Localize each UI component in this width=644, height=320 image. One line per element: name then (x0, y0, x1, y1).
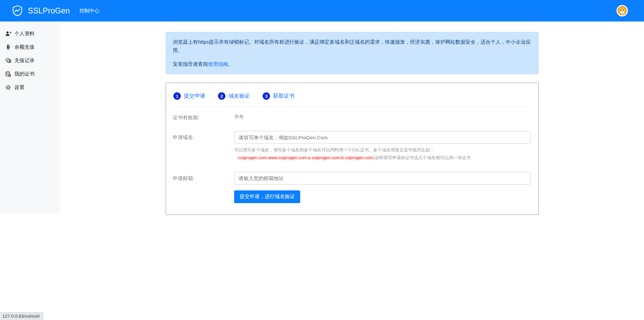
sidebar-item-my-certificates[interactable]: 我的证书 (0, 67, 60, 81)
certificate-icon (5, 71, 11, 77)
step-3-label: 获取证书 (273, 93, 294, 100)
top-navbar: SSLProGen 控制中心 (0, 0, 644, 21)
validity-row: 证书有效期: 半年 (173, 114, 532, 121)
submit-application-button[interactable]: 提交申请，进行域名验证 (234, 190, 300, 203)
sidebar-item-label: 余额充值 (14, 44, 35, 50)
wizard-steps: 1 提交申请 2 域名验证 3 获取证书 (173, 90, 532, 100)
sidebar-item-recharge-records[interactable]: $ 充值记录 (0, 54, 60, 67)
email-label: 申请邮箱: (173, 172, 234, 182)
alert-paragraph: 浏览器上有https提示并有绿锁标记。对域名所有权进行验证，满足绑定多域名和泛域… (173, 38, 532, 55)
domain-help-text: 可以填写多个域名，填写多个域名则多个域名可以同时用一个SSL证书，多个域名用英文… (234, 146, 531, 162)
domain-help-suffix: )这样填写申请的证书这几个域名都可以用一张证书 (373, 155, 471, 160)
email-field-col (234, 172, 531, 185)
status-url: 127.0.0.83/ssl/ssl# (0, 312, 43, 320)
alert-guide-suffix: 。 (228, 61, 233, 67)
email-input[interactable] (234, 172, 531, 185)
brand-name: SSLProGen (28, 6, 70, 15)
sidebar-item-label: 充值记录 (14, 57, 35, 64)
sidebar-item-label: 我的证书 (14, 71, 35, 77)
step-1-badge: 1 (173, 92, 181, 100)
step-1-label: 提交申请 (184, 93, 205, 100)
sidebar-item-label: 个人资料 (14, 31, 35, 37)
validity-value: 半年 (234, 114, 244, 120)
brand[interactable]: SSLProGen (11, 5, 70, 17)
svg-text:B: B (6, 44, 10, 50)
domain-label: 申请域名: (173, 131, 234, 141)
usage-guide-link[interactable]: 使用指南 (208, 61, 228, 67)
alert-paragraph: 安装指导请查阅使用指南。 (173, 60, 532, 68)
sidebar-item-settings[interactable]: 设置 (0, 81, 60, 94)
bitcoin-icon: B (5, 44, 11, 50)
step-3-badge: 3 (263, 92, 270, 100)
step-get-certificate[interactable]: 3 获取证书 (263, 92, 294, 100)
main-area: 浏览器上有https提示并有绿锁标记。对域名所有权进行验证，满足绑定多域名和泛域… (60, 21, 644, 215)
sidebar-item-profile[interactable]: 个人资料 (0, 27, 60, 40)
gear-icon (5, 84, 11, 90)
domain-row: 申请域名: 可以填写多个域名，填写多个域名则多个域名可以同时用一个SSL证书，多… (173, 131, 532, 162)
validity-label: 证书有效期: (173, 114, 234, 121)
apply-card: 1 提交申请 2 域名验证 3 获取证书 证书有效期: (166, 83, 539, 215)
alert-guide-prefix: 安装指导请查阅 (173, 61, 208, 67)
step-domain-verification[interactable]: 2 域名验证 (218, 92, 250, 100)
apply-form: 证书有效期: 半年 申请域名: 可以填写多个域名，填写多个域名则多个域名可以同时… (173, 114, 532, 203)
email-row: 申请邮箱: (173, 172, 532, 185)
steps-divider (173, 106, 532, 107)
content-container: 浏览器上有https提示并有绿锁标记。对域名所有权进行验证，满足绑定多域名和泛域… (166, 21, 539, 215)
step-2-label: 域名验证 (228, 93, 250, 100)
step-submit-application[interactable]: 1 提交申请 (173, 92, 205, 100)
sidebar: 个人资料 B 余额充值 $ (0, 21, 60, 214)
shield-pulse-icon (11, 5, 23, 17)
step-2-badge: 2 (218, 92, 225, 100)
user-plus-icon (5, 31, 11, 37)
sidebar-item-label: 设置 (14, 84, 24, 91)
svg-text:$: $ (8, 59, 10, 63)
domain-field-col: 可以填写多个域名，填写多个域名则多个域名可以同时用一个SSL证书，多个域名用英文… (234, 131, 531, 162)
domain-input[interactable] (234, 131, 531, 144)
coins-icon: $ (5, 57, 11, 63)
lion-avatar-icon (617, 6, 627, 16)
info-alert: 浏览器上有https提示并有绿锁标记。对域名所有权进行验证，满足绑定多域名和泛域… (166, 32, 539, 74)
nav-item-control-center[interactable]: 控制中心 (79, 8, 99, 14)
sidebar-item-recharge[interactable]: B 余额充值 (0, 40, 60, 54)
page-layout: 个人资料 B 余额充值 $ (0, 21, 644, 215)
user-avatar[interactable] (616, 5, 628, 16)
domain-help-example: sslprogen.com,www.sslprogen.com,a.sslpro… (238, 155, 373, 160)
